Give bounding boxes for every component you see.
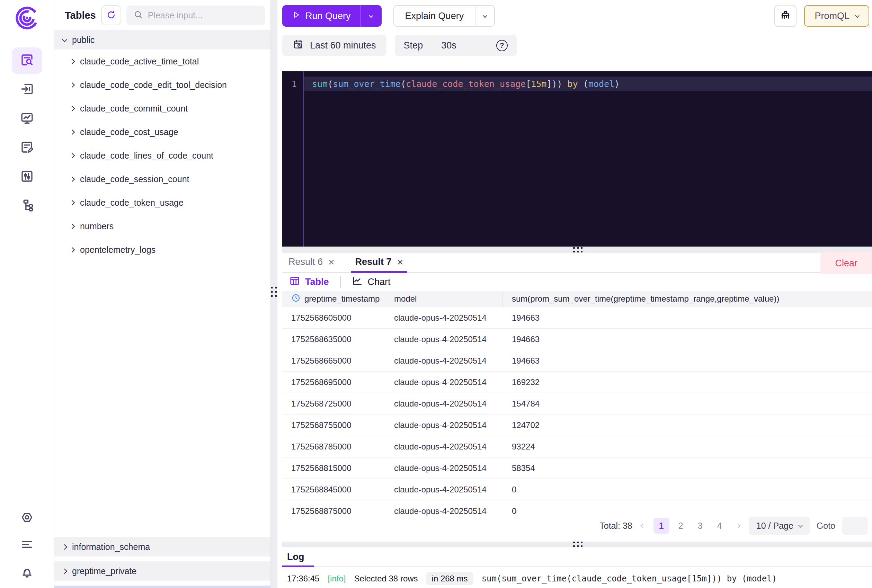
run-query-label: Run Query xyxy=(305,11,351,21)
table-item[interactable]: claude_code_active_time_total xyxy=(54,50,270,73)
column-header-timestamp[interactable]: greptime_timestamp xyxy=(282,291,385,307)
sidebar-item-notifications[interactable] xyxy=(12,562,42,582)
code-token: claude_code_token_usage xyxy=(406,79,526,89)
greptime-logo[interactable] xyxy=(15,6,39,30)
query-icon xyxy=(20,52,34,69)
run-query-dropdown[interactable] xyxy=(361,5,382,27)
query-language-select[interactable]: PromQL xyxy=(804,5,869,27)
table-item-label: claude_code_code_edit_tool_decision xyxy=(80,80,227,90)
table-item-label: opentelemetry_logs xyxy=(80,245,156,255)
log-level-badge: [info] xyxy=(327,574,346,584)
tables-tree: public claude_code_active_time_totalclau… xyxy=(54,30,270,537)
vertical-resize-handle[interactable] xyxy=(270,0,278,588)
help-icon[interactable]: ? xyxy=(496,40,508,51)
step-label: Step xyxy=(404,40,423,51)
view-chart-button[interactable]: Chart xyxy=(352,275,391,289)
clear-results-button[interactable]: Clear xyxy=(820,252,872,274)
tables-panel-footer: information_schema greptime_private xyxy=(54,537,270,588)
table-item[interactable]: claude_code_token_usage xyxy=(54,191,270,214)
next-page-button[interactable] xyxy=(734,524,742,527)
main-area: Run Query Explain Query xyxy=(278,0,872,588)
panel-bottom-scroll-strip[interactable] xyxy=(54,586,270,588)
sidebar-item-settings[interactable] xyxy=(12,508,42,528)
cell-model: claude-opus-4-20250514 xyxy=(385,420,503,430)
explain-query-button[interactable]: Explain Query xyxy=(393,5,495,27)
cell-timestamp: 1752568605000 xyxy=(282,313,385,323)
table-row[interactable]: 1752568815000claude-opus-4-2025051458354 xyxy=(282,458,872,479)
table-item-label: numbers xyxy=(80,221,114,231)
cell-sum: 154784 xyxy=(503,399,872,409)
cell-sum: 194663 xyxy=(503,356,872,366)
sidebar-item-dashboards[interactable] xyxy=(12,106,42,132)
cell-timestamp: 1752568845000 xyxy=(282,485,385,495)
cell-timestamp: 1752568785000 xyxy=(282,442,385,452)
table-item[interactable]: numbers xyxy=(54,214,270,238)
table-item[interactable]: claude_code_session_count xyxy=(54,167,270,191)
page-number-button[interactable]: 1 xyxy=(653,518,669,534)
page-number-button[interactable]: 4 xyxy=(711,518,728,534)
cell-sum: 124702 xyxy=(503,420,872,430)
refresh-tables-button[interactable] xyxy=(101,5,121,25)
results-panel: Result 6 × Result 7 × Clear xyxy=(282,253,872,542)
table-item[interactable]: claude_code_code_edit_tool_decision xyxy=(54,73,270,97)
goto-page-input[interactable] xyxy=(842,517,868,535)
tables-panel: Tables xyxy=(54,0,270,588)
tab-result-6[interactable]: Result 6 × xyxy=(287,256,336,272)
column-header-model[interactable]: model xyxy=(385,291,503,307)
editor-code-line[interactable]: sum(sum_over_time(claude_code_token_usag… xyxy=(312,76,620,91)
table-item[interactable]: opentelemetry_logs xyxy=(54,238,270,261)
table-search-input[interactable] xyxy=(148,10,258,20)
time-range-select[interactable]: Last 60 minutes xyxy=(282,34,386,56)
explain-query-dropdown[interactable] xyxy=(475,6,494,26)
view-toggle: Table Chart xyxy=(282,273,872,291)
tab-log[interactable]: Log xyxy=(282,552,314,567)
tables-panel-header: Tables xyxy=(54,0,270,30)
code-token: ( xyxy=(327,79,333,89)
step-value-input[interactable]: 30s xyxy=(441,40,456,51)
run-query-button[interactable]: Run Query xyxy=(282,5,382,27)
page-number-button[interactable]: 3 xyxy=(692,518,708,534)
sidebar-item-cluster[interactable] xyxy=(12,193,42,219)
column-header-label: model xyxy=(394,294,417,304)
table-row[interactable]: 1752568665000claude-opus-4-2025051419466… xyxy=(282,350,872,372)
view-table-label: Table xyxy=(305,277,329,287)
previous-page-button[interactable] xyxy=(639,524,647,527)
page-size-select[interactable]: 10 / Page xyxy=(749,517,810,535)
schema-group-label: information_schema xyxy=(72,542,150,552)
query-editor[interactable]: 1 sum(sum_over_time(claude_code_token_us… xyxy=(282,71,872,246)
table-row[interactable]: 1752568695000claude-opus-4-2025051416923… xyxy=(282,372,872,393)
sidebar-item-query[interactable] xyxy=(12,48,42,74)
table-item[interactable]: claude_code_cost_usage xyxy=(54,120,270,144)
column-header-sum[interactable]: sum(prom_sum_over_time(greptime_timestam… xyxy=(503,291,872,307)
format-query-button[interactable] xyxy=(774,5,797,27)
schema-group-greptime-private[interactable]: greptime_private xyxy=(54,561,270,581)
table-row[interactable]: 1752568785000claude-opus-4-2025051493224 xyxy=(282,436,872,458)
tables-list: claude_code_active_time_totalclaude_code… xyxy=(54,50,270,261)
time-range-value: Last 60 minutes xyxy=(310,40,376,51)
code-token: ] xyxy=(546,79,552,89)
table-row[interactable]: 1752568605000claude-opus-4-2025051419466… xyxy=(282,307,872,328)
table-row[interactable]: 1752568725000claude-opus-4-2025051415478… xyxy=(282,393,872,414)
table-row[interactable]: 1752568755000claude-opus-4-2025051412470… xyxy=(282,414,872,436)
cell-model: claude-opus-4-20250514 xyxy=(385,506,503,516)
close-icon[interactable]: × xyxy=(328,257,335,267)
table-row[interactable]: 1752568635000claude-opus-4-2025051419466… xyxy=(282,328,872,350)
table-row[interactable]: 1752568875000claude-opus-4-202505140 xyxy=(282,500,872,517)
cell-sum: 169232 xyxy=(503,378,872,387)
horizontal-resize-handle-bottom[interactable] xyxy=(282,542,872,547)
code-token: ) xyxy=(614,79,620,89)
schema-group-public[interactable]: public xyxy=(54,30,270,50)
sidebar-item-ingest[interactable] xyxy=(12,76,42,103)
sidebar-item-notes[interactable] xyxy=(12,135,42,161)
view-table-button[interactable]: Table xyxy=(289,275,329,289)
sidebar-item-menu[interactable] xyxy=(12,536,42,555)
table-row[interactable]: 1752568845000claude-opus-4-202505140 xyxy=(282,479,872,500)
page-number-button[interactable]: 2 xyxy=(673,518,689,534)
schema-group-information-schema[interactable]: information_schema xyxy=(54,537,270,556)
sidebar-item-config[interactable] xyxy=(12,164,42,190)
horizontal-resize-handle[interactable] xyxy=(282,246,872,253)
table-item[interactable]: claude_code_commit_count xyxy=(54,97,270,120)
table-item[interactable]: claude_code_lines_of_code_count xyxy=(54,144,270,167)
close-icon[interactable]: × xyxy=(397,257,404,267)
tab-result-7[interactable]: Result 7 × xyxy=(353,256,405,272)
